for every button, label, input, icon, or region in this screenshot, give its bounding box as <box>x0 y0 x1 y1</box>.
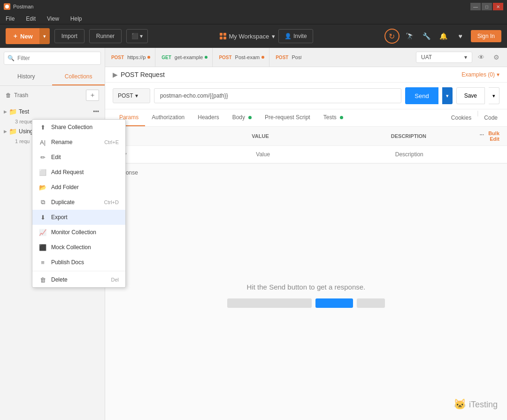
new-button[interactable]: ＋ New <box>6 28 39 44</box>
menu-divider <box>32 271 125 271</box>
req-tab-auth[interactable]: Authorization <box>145 109 191 126</box>
tab-0-method: POST <box>110 54 125 61</box>
menu-add-request[interactable]: ⬜ Add Request <box>32 165 125 180</box>
collection-test-header[interactable]: ▶ 📁 Test ••• <box>0 105 105 119</box>
req-tab-tests[interactable]: Tests <box>317 109 350 126</box>
menu-edit[interactable]: Edit <box>24 15 38 23</box>
watermark-icon: 🐱 <box>453 398 466 411</box>
workspace-label: My Workspace <box>229 33 269 40</box>
request-tabs-bar: POST https://p GET get-example POST Post… <box>105 48 301 67</box>
req-tab-pre-request[interactable]: Pre-request Script <box>258 109 317 126</box>
menu-export[interactable]: ⬇ Export <box>32 210 125 225</box>
menu-delete[interactable]: 🗑 Delete Del <box>32 272 125 287</box>
caret-icon-2: ▶ <box>4 129 7 134</box>
rename-icon: A| <box>39 138 46 146</box>
url-input[interactable] <box>154 88 401 103</box>
request-title: ▶ POST Request <box>113 71 165 78</box>
menu-rename[interactable]: A| Rename Ctrl+E <box>32 135 125 150</box>
tab-history[interactable]: History <box>0 69 52 85</box>
tab-1[interactable]: GET get-example <box>155 48 213 67</box>
search-wrap: 🔍 <box>4 52 101 65</box>
tab-collections[interactable]: Collections <box>52 69 104 85</box>
method-label: POST <box>118 92 133 99</box>
publish-icon: ≡ <box>39 259 46 266</box>
tab-0[interactable]: POST https://p <box>105 48 155 67</box>
cookies-link[interactable]: Cookies <box>449 110 473 126</box>
trash-text: Trash <box>14 92 28 99</box>
resp-bar-3 <box>357 298 385 308</box>
params-desc-input[interactable] <box>391 148 470 161</box>
notification-icon-btn[interactable]: 🔔 <box>437 30 450 43</box>
menu-mock[interactable]: ⬛ Mock Collection <box>32 240 125 255</box>
method-selector[interactable]: POST ▾ <box>113 88 150 103</box>
request-header: ▶ POST Request Examples (0) ▾ <box>105 67 507 83</box>
workspace-selector[interactable]: My Workspace ▾ <box>220 33 276 40</box>
menu-monitor[interactable]: 📈 Monitor Collection <box>32 225 125 240</box>
save-dropdown[interactable]: ▾ <box>489 87 499 104</box>
add-folder-icon: 📂 <box>39 183 46 191</box>
menu-help[interactable]: Help <box>69 15 84 23</box>
headers-label: Headers <box>198 114 219 121</box>
mock-icon: ⬛ <box>39 244 46 251</box>
add-request-icon: ⬜ <box>39 168 46 176</box>
save-button[interactable]: Save <box>456 87 485 104</box>
new-button-dropdown[interactable]: ▾ <box>39 28 50 44</box>
runner-extra-button[interactable]: ⬛ ▾ <box>126 29 148 43</box>
response-empty-msg: Hit the Send button to get a response. <box>247 283 366 291</box>
response-empty: Hit the Send button to get a response. <box>113 176 499 414</box>
search-icon: 🔍 <box>8 55 15 61</box>
tab-3[interactable]: POST Post-exam <box>269 48 301 67</box>
send-button[interactable]: Send <box>405 87 438 104</box>
code-link[interactable]: Code <box>482 110 499 126</box>
trash-row[interactable]: 🗑 Trash ＋ <box>0 86 105 105</box>
env-caret: ▾ <box>464 54 467 61</box>
menu-export-label: Export <box>51 214 68 221</box>
runner-button[interactable]: Runner <box>89 29 122 43</box>
minimize-button[interactable]: — <box>470 3 481 10</box>
tab-0-dot <box>147 56 150 59</box>
examples-button[interactable]: Examples (0) ▾ <box>461 71 499 78</box>
menu-duplicate[interactable]: ⧉ Duplicate Ctrl+D <box>32 195 125 210</box>
edit-icon: ✏ <box>39 153 46 161</box>
content-area: POST https://p GET get-example POST Post… <box>105 48 507 420</box>
req-tab-headers[interactable]: Headers <box>191 109 225 126</box>
invite-button[interactable]: 👤 Invite <box>278 29 313 43</box>
menu-file[interactable]: File <box>4 15 16 23</box>
maximize-button[interactable]: □ <box>482 3 492 10</box>
menu-add-folder[interactable]: 📂 Add Folder <box>32 180 125 195</box>
params-col-key: KEY <box>113 133 248 139</box>
params-value-input[interactable] <box>252 148 330 161</box>
sync-button[interactable]: ↻ <box>384 29 399 44</box>
menu-edit[interactable]: ✏ Edit <box>32 150 125 165</box>
heart-icon-btn[interactable]: ♥ <box>454 30 467 43</box>
gear-icon-btn[interactable]: ⚙ <box>490 51 502 63</box>
environment-selector[interactable]: UAT ▾ <box>416 52 472 63</box>
trash-icon: 🗑 <box>6 92 11 99</box>
menu-mock-label: Mock Collection <box>51 244 91 251</box>
menu-duplicate-label: Duplicate <box>51 199 75 206</box>
tests-label: Tests <box>323 114 337 121</box>
import-button[interactable]: Import <box>54 29 84 43</box>
req-tab-body[interactable]: Body <box>226 109 258 126</box>
search-input[interactable] <box>4 52 101 65</box>
close-button[interactable]: ✕ <box>493 3 503 10</box>
collection-test-name: Test <box>19 108 91 115</box>
bulk-edit-button[interactable]: Bulk Edit <box>488 130 499 142</box>
menu-view[interactable]: View <box>45 15 61 23</box>
menu-publish-docs[interactable]: ≡ Publish Docs <box>32 255 125 270</box>
wrench-icon-btn[interactable]: 🔧 <box>420 30 433 43</box>
menu-add-folder-label: Add Folder <box>51 184 79 191</box>
tests-dot <box>340 116 343 119</box>
browse-icon-btn[interactable]: 🔭 <box>403 30 416 43</box>
tab-2[interactable]: POST Post-exam <box>213 48 269 67</box>
menu-share-collection[interactable]: ⬆ Share Collection <box>32 120 125 135</box>
monitor-icon: 📈 <box>39 229 46 236</box>
trash-label: 🗑 Trash <box>6 92 28 99</box>
new-collection-button[interactable]: ＋ <box>86 90 99 101</box>
menu-publish-label: Publish Docs <box>51 259 84 266</box>
send-dropdown[interactable]: ▾ <box>442 87 453 104</box>
response-section: Response Hit the Send button to get a re… <box>105 163 507 420</box>
signin-button[interactable]: Sign In <box>471 30 501 42</box>
collection-test-more[interactable]: ••• <box>91 107 101 116</box>
eye-icon-btn[interactable]: 👁 <box>475 51 487 63</box>
